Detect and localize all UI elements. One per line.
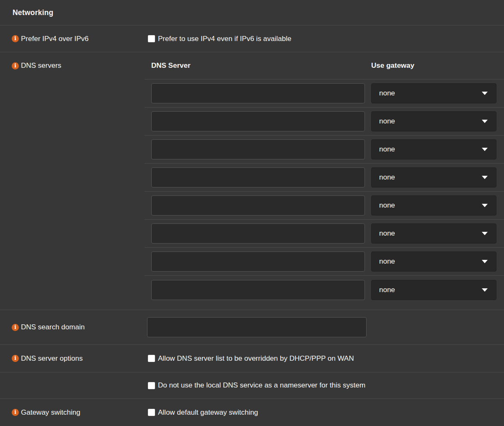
chevron-down-icon <box>482 176 488 179</box>
dns-server-row: none <box>145 192 504 220</box>
row-label-dns-servers: i DNS servers <box>0 52 145 310</box>
checkbox-label: Prefer to use IPv4 even if IPv6 is avail… <box>158 35 291 43</box>
chevron-down-icon <box>482 92 488 95</box>
row-dns-server-options: i DNS server options Allow DNS server li… <box>0 345 504 372</box>
use-gateway-select-6[interactable]: none <box>371 223 496 244</box>
info-icon[interactable]: i <box>12 324 19 331</box>
field-label: DNS server options <box>21 354 83 363</box>
use-gateway-select-8[interactable]: none <box>371 280 496 300</box>
chevron-down-icon <box>482 232 488 235</box>
row-gateway-switching: i Gateway switching Allow default gatewa… <box>0 399 504 426</box>
dns-server-row: none <box>145 136 504 164</box>
dns-server-input-1[interactable] <box>151 83 365 103</box>
use-gateway-select-7[interactable]: none <box>371 251 496 272</box>
info-icon[interactable]: i <box>12 62 19 69</box>
select-value: none <box>379 286 395 294</box>
no-local-dns-checkbox[interactable] <box>148 382 155 389</box>
row-label-dns-search-domain: i DNS search domain <box>0 323 145 331</box>
select-value: none <box>379 201 395 210</box>
chevron-down-icon <box>482 148 488 151</box>
use-gateway-select-2[interactable]: none <box>371 111 496 131</box>
row-dns-servers: i DNS servers DNS Server Use gateway non… <box>0 52 504 310</box>
checkbox-label: Do not use the local DNS service as a na… <box>158 381 365 390</box>
networking-settings-panel: Networking i Prefer IPv4 over IPv6 Prefe… <box>0 0 504 426</box>
dns-search-domain-input[interactable] <box>147 317 367 337</box>
prefer-ipv4-checkbox[interactable] <box>148 35 155 42</box>
use-gateway-select-3[interactable]: none <box>371 139 496 159</box>
field-label: DNS search domain <box>21 323 85 331</box>
dns-server-input-6[interactable] <box>151 223 365 244</box>
dns-server-input-7[interactable] <box>151 251 365 272</box>
row-content-gateway-switching: Allow default gateway switching <box>145 408 504 417</box>
dns-override-checkbox[interactable] <box>148 355 155 362</box>
dns-servers-table: DNS Server Use gateway none <box>145 52 504 310</box>
dns-server-input-3[interactable] <box>151 139 365 159</box>
use-gateway-select-1[interactable]: none <box>371 83 496 103</box>
dns-server-row: none <box>145 276 504 304</box>
chevron-down-icon <box>482 288 488 292</box>
row-content-dns-search-domain <box>145 317 504 337</box>
field-label: Gateway switching <box>21 408 80 417</box>
use-gateway-select-4[interactable]: none <box>371 167 496 187</box>
select-value: none <box>379 229 395 238</box>
dns-server-row: none <box>145 248 504 276</box>
select-value: none <box>379 173 395 182</box>
chevron-down-icon <box>482 204 488 207</box>
dns-server-input-8[interactable] <box>151 280 365 300</box>
dns-server-row: none <box>145 220 504 248</box>
select-value: none <box>379 89 395 98</box>
row-dns-search-domain: i DNS search domain <box>0 310 504 345</box>
dns-table-header: DNS Server Use gateway <box>145 52 504 80</box>
select-value: none <box>379 257 395 266</box>
select-value: none <box>379 145 395 154</box>
panel-title: Networking <box>0 0 504 26</box>
chevron-down-icon <box>482 260 488 263</box>
row-prefer-ipv4: i Prefer IPv4 over IPv6 Prefer to use IP… <box>0 26 504 52</box>
row-dns-local-nameserver: Do not use the local DNS service as a na… <box>0 372 504 399</box>
dns-server-input-5[interactable] <box>151 195 365 216</box>
dns-server-input-4[interactable] <box>151 167 365 187</box>
row-content-dns-local-nameserver: Do not use the local DNS service as a na… <box>145 381 504 390</box>
select-value: none <box>379 117 395 126</box>
row-label-prefer-ipv4: i Prefer IPv4 over IPv6 <box>0 35 145 43</box>
checkbox-label: Allow default gateway switching <box>158 408 258 417</box>
row-content-dns-servers: DNS Server Use gateway none <box>145 52 504 310</box>
column-header-use-gateway: Use gateway <box>371 62 504 70</box>
chevron-down-icon <box>482 120 488 123</box>
dns-server-row: none <box>145 108 504 136</box>
field-label: Prefer IPv4 over IPv6 <box>21 35 89 43</box>
column-header-dns-server: DNS Server <box>145 62 371 70</box>
dns-server-row: none <box>145 164 504 192</box>
info-icon[interactable]: i <box>12 35 19 42</box>
row-content-dns-override: Allow DNS server list to be overridden b… <box>145 354 504 363</box>
row-label-gateway-switching: i Gateway switching <box>0 408 145 417</box>
field-label: DNS servers <box>21 62 61 70</box>
info-icon[interactable]: i <box>12 355 19 362</box>
checkbox-label: Allow DNS server list to be overridden b… <box>158 354 354 363</box>
gateway-switching-checkbox[interactable] <box>148 409 155 416</box>
row-label-dns-server-options: i DNS server options <box>0 354 145 363</box>
dns-server-input-2[interactable] <box>151 111 365 131</box>
dns-server-row: none <box>145 80 504 108</box>
info-icon[interactable]: i <box>12 409 19 416</box>
use-gateway-select-5[interactable]: none <box>371 195 496 216</box>
row-content-prefer-ipv4: Prefer to use IPv4 even if IPv6 is avail… <box>145 35 504 43</box>
